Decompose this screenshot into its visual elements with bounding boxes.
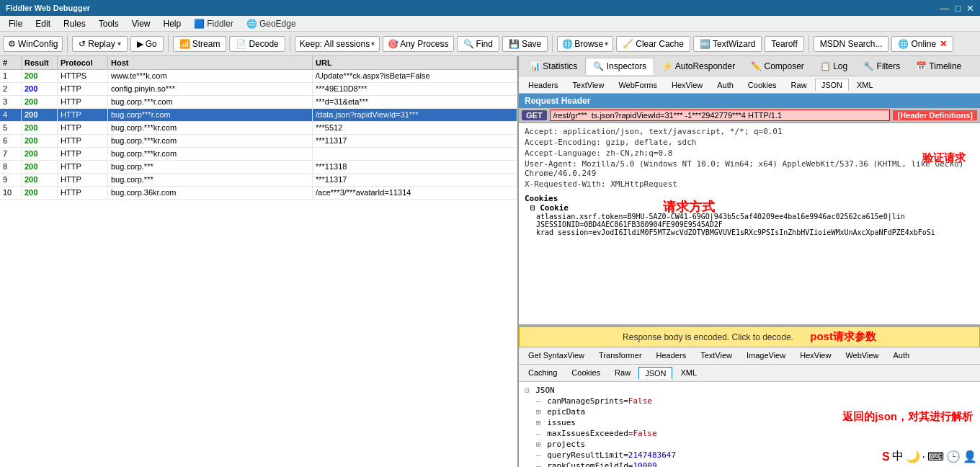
table-row[interactable]: 6 200 HTTP bug.corp.***kr.com ***11317 [0, 135, 517, 148]
table-row[interactable]: 1 200 HTTPS www.te***k.com /Update***ck.… [0, 70, 517, 83]
cell-num: 7 [0, 148, 22, 160]
table-row[interactable]: 9 200 HTTP bug.corp.*** ***11317 [0, 174, 517, 187]
insp-tab-webforms[interactable]: WebForms [612, 79, 664, 92]
decode-button[interactable]: 📄 Decode [229, 36, 285, 52]
cell-protocol: HTTPS [58, 70, 108, 82]
menu-file[interactable]: File [3, 17, 28, 30]
resp-tab-headers[interactable]: Headers [650, 349, 693, 362]
msdn-search-button[interactable]: MSDN Search... [814, 36, 889, 52]
maximize-button[interactable]: □ [955, 3, 961, 14]
replay-button[interactable]: ↺ Replay ▾ [72, 36, 127, 52]
header-line: User-Agent: Mozilla/5.0 (Windows NT 10.0… [525, 159, 974, 179]
cell-url: ***49E10D8*** [313, 83, 517, 95]
insp-tab-textview[interactable]: TextView [566, 79, 611, 92]
menu-view[interactable]: View [126, 17, 156, 30]
table-row[interactable]: 8 200 HTTP bug.corp.*** ***11318 [0, 161, 517, 174]
resp-subtab-cookies[interactable]: Cookies [565, 366, 607, 379]
cell-protocol: HTTP [58, 161, 108, 173]
overlay-container: Request Header GET /rest/gr*** ts.json?r… [519, 94, 980, 467]
close-button[interactable]: ✕ [966, 3, 974, 14]
save-button[interactable]: 💾 Save [502, 36, 548, 52]
insp-tab-cookies[interactable]: Cookies [741, 79, 783, 92]
log-icon: 📋 [820, 61, 831, 71]
cell-host: bug.corp.36kr.com [108, 187, 313, 199]
statistics-icon: 📊 [530, 61, 540, 71]
resp-tab-auth[interactable]: Auth [886, 349, 916, 362]
tearoff-button[interactable]: Tearoff [765, 36, 803, 52]
find-button[interactable]: 🔍 Find [457, 36, 499, 52]
cell-protocol: HTTP [58, 109, 108, 121]
menu-fiddler[interactable]: 🟦 Fiddler [188, 17, 239, 30]
request-url-bar: GET /rest/gr*** ts.json?rapidViewId=31**… [519, 108, 980, 123]
replay-icon: ↺ [79, 39, 86, 49]
col-num: # [0, 56, 22, 69]
menu-help[interactable]: Help [158, 17, 187, 30]
top-tabs: 📊 Statistics 🔍 Inspectors ⚡ AutoResponde… [519, 56, 980, 76]
table-row[interactable]: 4 200 HTTP bug.corp***r.com /data.json?r… [0, 109, 517, 122]
tab-statistics[interactable]: 📊 Statistics [522, 58, 585, 74]
cell-url: ***11317 [313, 135, 517, 147]
resp-subtab-xml[interactable]: XML [674, 366, 703, 379]
insp-tab-xml[interactable]: XML [850, 79, 880, 92]
insp-tab-hexview[interactable]: HexView [665, 79, 709, 92]
cell-protocol: HTTP [58, 174, 108, 186]
clear-cache-button[interactable]: 🧹 Clear Cache [616, 36, 690, 52]
resp-subtab-raw[interactable]: Raw [608, 366, 637, 379]
table-row[interactable]: 3 200 HTTP bug.corp.***r.com ***d=31&eta… [0, 96, 517, 109]
any-process-dropdown[interactable]: 🎯 Any Process [383, 36, 453, 52]
menu-rules[interactable]: Rules [58, 17, 92, 30]
table-row[interactable]: 5 200 HTTP bug.corp.***kr.com ***5512 [0, 122, 517, 135]
tab-timeline[interactable]: 📅 Timeline [908, 58, 969, 74]
go-button[interactable]: ▶ Go [130, 36, 164, 52]
toolbar-sep-1 [67, 35, 68, 53]
browse-dropdown[interactable]: 🌐 Browse ▾ [557, 36, 613, 52]
tab-autoresponder[interactable]: ⚡ AutoResponder [654, 58, 743, 74]
cell-protocol: HTTP [58, 96, 108, 108]
insp-tab-raw[interactable]: Raw [785, 79, 814, 92]
winconfig-button[interactable]: ⚙ WinConfig [3, 36, 63, 52]
resp-tab-webview[interactable]: WebView [839, 349, 885, 362]
table-row[interactable]: 7 200 HTTP bug.corp.***kr.com [0, 148, 517, 161]
browse-icon: 🌐 [562, 39, 573, 49]
text-wizard-button[interactable]: 🔤 TextWizard [693, 36, 762, 52]
resp-tab-textview[interactable]: TextView [694, 349, 739, 362]
menu-edit[interactable]: Edit [30, 17, 56, 30]
insp-tab-json[interactable]: JSON [815, 79, 849, 92]
chinese-icon: 中 [892, 449, 904, 464]
tab-composer[interactable]: ✏️ Composer [743, 58, 812, 74]
tab-log[interactable]: 📋 Log [812, 58, 855, 74]
cell-result: 200 [22, 148, 58, 160]
cell-result: 200 [22, 109, 58, 121]
resp-tab-imageview[interactable]: ImageView [740, 349, 792, 362]
col-result: Result [22, 56, 58, 69]
resp-subtab-json[interactable]: JSON [638, 367, 672, 379]
cell-protocol: HTTP [58, 187, 108, 199]
minimize-button[interactable]: — [940, 3, 949, 14]
session-list-panel: # Result Protocol Host URL 1 200 HTTPS w… [0, 56, 519, 467]
header-content: Accept: application/json, text/javascrip… [519, 123, 980, 324]
resp-tab-transformer[interactable]: Transformer [592, 349, 649, 362]
menu-geoedge[interactable]: 🌐 GeoEdge [241, 17, 302, 30]
cookie-item: krad session=evJodI6IldiM0F5MTZwcVdZOTVB… [525, 228, 974, 236]
json-node-root: ⊟ JSON [525, 385, 974, 396]
response-encoded-bar[interactable]: Response body is encoded. Click to decod… [519, 326, 980, 347]
table-row[interactable]: 10 200 HTTP bug.corp.36kr.com /ace***3/*… [0, 187, 517, 200]
table-row[interactable]: 2 200 HTTP config.pinyin.so*** ***49E10D… [0, 83, 517, 96]
resp-tab-hexview[interactable]: HexView [793, 349, 837, 362]
tab-inspectors[interactable]: 🔍 Inspectors [585, 58, 654, 75]
resp-subtab-caching[interactable]: Caching [522, 366, 564, 379]
header-definitions-button[interactable]: [Header Definitions] [893, 110, 977, 120]
close-online-icon[interactable]: ✕ [940, 39, 947, 49]
tab-filters[interactable]: 🔧 Filters [855, 58, 908, 74]
keep-sessions-dropdown[interactable]: Keep: All sessions ▾ [295, 36, 380, 52]
main-layout: # Result Protocol Host URL 1 200 HTTPS w… [0, 56, 980, 467]
online-button[interactable]: 🌐 Online ✕ [891, 36, 953, 52]
insp-tab-headers[interactable]: Headers [522, 79, 565, 92]
response-section: Response body is encoded. Click to decod… [519, 326, 980, 467]
cell-host: bug.corp.***r.com [108, 96, 313, 108]
cell-result: 200 [22, 96, 58, 108]
insp-tab-auth[interactable]: Auth [710, 79, 740, 92]
resp-tab-syntaxview[interactable]: Get SyntaxView [522, 349, 591, 362]
stream-button[interactable]: 📶 Stream [173, 36, 227, 52]
menu-tools[interactable]: Tools [93, 17, 125, 30]
